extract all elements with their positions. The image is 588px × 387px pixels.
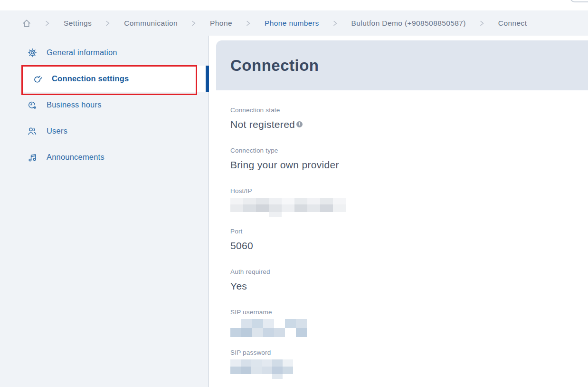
top-strip: [0, 0, 588, 10]
sidebar-item-general-information[interactable]: General information: [0, 39, 208, 66]
chevron-right-icon: [480, 20, 484, 26]
sidebar-item-label: Business hours: [47, 100, 102, 109]
home-icon: [22, 19, 31, 28]
breadcrumb-phone-numbers[interactable]: Phone numbers: [265, 19, 319, 28]
gear-icon: [27, 48, 38, 58]
clock-gear-icon: [27, 100, 38, 110]
field-auth-required: Auth required Yes: [230, 268, 588, 308]
field-label: Auth required: [230, 268, 588, 276]
breadcrumb: Settings Communication Phone Phone numbe…: [0, 10, 588, 36]
breadcrumb-settings[interactable]: Settings: [64, 19, 92, 28]
field-label: Host/IP: [230, 187, 588, 195]
field-value: Not registered i: [230, 117, 588, 131]
field-connection-type: Connection type Bring your own provider: [230, 146, 588, 187]
chevron-right-icon: [333, 20, 337, 26]
field-label: Connection state: [230, 106, 588, 114]
breadcrumb-phone-number-name[interactable]: Bulutfon Demo (+908508850587): [351, 19, 466, 28]
page-header-banner: Connection: [216, 40, 588, 90]
field-label: Port: [230, 227, 588, 235]
redacted-sip-username-value: [230, 319, 588, 337]
sidebar-item-label: Connection settings: [52, 74, 129, 83]
breadcrumb-phone[interactable]: Phone: [210, 19, 232, 28]
field-label: Connection type: [230, 146, 588, 155]
sidebar-item-connection-settings[interactable]: Connection settings: [23, 66, 206, 92]
page-title: Connection: [216, 57, 319, 75]
field-port: Port 5060: [230, 227, 588, 268]
breadcrumb-communication[interactable]: Communication: [124, 19, 178, 28]
chevron-right-icon: [46, 20, 49, 26]
field-host-ip: Host/IP: [230, 187, 588, 227]
offscreen-panel-corner: [570, 0, 588, 2]
music-note-icon: [27, 152, 38, 163]
field-sip-username: SIP username: [230, 308, 588, 348]
settings-sidebar: General information Connection settings: [0, 36, 209, 387]
connection-fields: Connection state Not registered i Connec…: [209, 90, 588, 387]
main-content: Connection Connection state Not register…: [209, 36, 588, 387]
sidebar-item-label: General information: [47, 48, 117, 57]
sidebar-item-label: Users: [47, 126, 67, 135]
breadcrumb-connection[interactable]: Connect: [498, 19, 527, 28]
field-value: Bring your own provider: [230, 158, 588, 172]
field-value: 5060: [230, 239, 588, 252]
field-connection-state: Connection state Not registered i: [230, 106, 588, 146]
app-window: Settings Communication Phone Phone numbe…: [0, 0, 588, 387]
redacted-host-ip-value: [230, 198, 588, 217]
plug-icon: [32, 74, 43, 84]
field-value: Yes: [230, 279, 588, 293]
field-sip-password: SIP password: [230, 348, 588, 387]
chevron-right-icon: [247, 20, 250, 26]
home-breadcrumb-button[interactable]: [22, 19, 31, 28]
sidebar-item-announcements[interactable]: Announcements: [0, 144, 208, 170]
sidebar-item-business-hours[interactable]: Business hours: [0, 92, 208, 118]
info-icon[interactable]: i: [296, 121, 303, 127]
users-icon: [27, 126, 38, 136]
chevron-right-icon: [192, 20, 196, 26]
chevron-right-icon: [106, 20, 110, 26]
field-label: SIP username: [230, 308, 588, 316]
field-label: SIP password: [230, 348, 588, 357]
sidebar-item-users[interactable]: Users: [0, 118, 208, 144]
redacted-sip-password-value: [230, 359, 588, 379]
sidebar-item-label: Announcements: [47, 153, 104, 162]
